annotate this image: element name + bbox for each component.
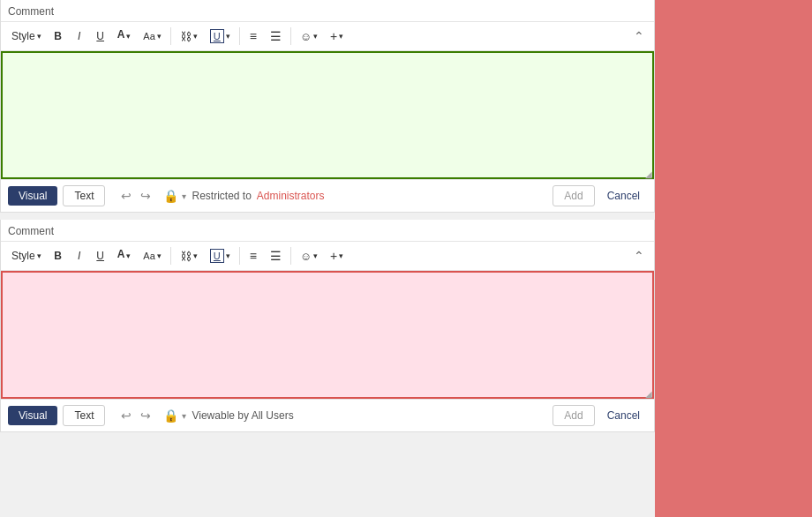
toolbar-2: Style B I U A Aa ⛓ xyxy=(1,242,654,271)
link-btn-2[interactable]: ⛓ xyxy=(175,245,203,266)
undo-redo-1: ↩ ↪ xyxy=(117,187,154,205)
bold-btn-1[interactable]: B xyxy=(49,26,68,47)
toolbar-1: Style B I U A Aa ⛓ xyxy=(1,22,654,51)
editor-container-2: ◢ xyxy=(1,271,654,399)
editor-2[interactable] xyxy=(1,271,654,399)
lock-area-2: 🔒 ▾ xyxy=(163,408,186,423)
redo-btn-2[interactable]: ↪ xyxy=(137,407,154,424)
editor-container-1: ◢ xyxy=(1,51,654,179)
editor-1[interactable] xyxy=(1,51,654,179)
text-case-btn-1[interactable]: Aa xyxy=(138,26,166,47)
right-sidebar xyxy=(655,0,812,517)
lock-icon-2: 🔒 xyxy=(163,408,178,423)
cancel-btn-2[interactable]: Cancel xyxy=(600,406,647,425)
text-color-btn-1[interactable]: A xyxy=(112,26,137,47)
visual-tab-2[interactable]: Visual xyxy=(8,406,57,425)
separator-3 xyxy=(290,27,291,45)
undo-btn-1[interactable]: ↩ xyxy=(117,187,135,205)
separator-2 xyxy=(239,27,240,45)
italic-btn-2[interactable]: I xyxy=(70,245,89,266)
add-btn-2[interactable]: Add xyxy=(553,405,594,426)
bold-btn-2[interactable]: B xyxy=(49,245,68,266)
style-dropdown-1[interactable]: Style xyxy=(6,26,47,47)
bullet-list-btn-2[interactable]: ≡ xyxy=(244,245,263,266)
redo-btn-1[interactable]: ↪ xyxy=(137,187,154,205)
lock-icon-1: 🔒 xyxy=(163,189,178,203)
lock-dropdown-2[interactable]: ▾ xyxy=(182,411,186,421)
undo-redo-2: ↩ ↪ xyxy=(117,407,154,424)
underline-btn-2[interactable]: U xyxy=(91,245,110,266)
comment-block-1: Comment Style B I U A Aa xyxy=(0,0,655,213)
separator-1 xyxy=(170,27,171,45)
emoji-btn-1[interactable]: ☺ xyxy=(295,26,323,47)
resize-handle-2[interactable]: ◢ xyxy=(643,388,654,399)
separator-6 xyxy=(290,247,291,265)
emoji-btn-2[interactable]: ☺ xyxy=(295,245,323,266)
text-color-btn-2[interactable]: A xyxy=(112,245,137,266)
collapse-btn-2[interactable]: ⌃ xyxy=(629,245,649,266)
underline2-btn-2[interactable]: U xyxy=(205,245,236,266)
italic-btn-1[interactable]: I xyxy=(70,26,89,47)
cancel-btn-1[interactable]: Cancel xyxy=(600,186,647,206)
comment-label-1: Comment xyxy=(1,0,654,22)
underline-btn-1[interactable]: U xyxy=(91,26,110,47)
number-list-btn-2[interactable]: ☰ xyxy=(265,245,287,266)
text-tab-1[interactable]: Text xyxy=(63,185,105,206)
more-btn-1[interactable]: + xyxy=(325,26,349,47)
comment-label-2: Comment xyxy=(1,220,654,242)
restricted-label-1: Restricted to xyxy=(192,190,251,202)
collapse-btn-1[interactable]: ⌃ xyxy=(629,26,649,47)
bottom-bar-2: Visual Text ↩ ↪ 🔒 ▾ Viewable by All User… xyxy=(1,399,654,431)
add-btn-1[interactable]: Add xyxy=(553,185,594,206)
bullet-list-btn-1[interactable]: ≡ xyxy=(244,26,263,47)
lock-dropdown-1[interactable]: ▾ xyxy=(182,191,186,201)
text-case-btn-2[interactable]: Aa xyxy=(138,245,166,266)
underline2-btn-1[interactable]: U xyxy=(205,26,236,47)
resize-handle-1[interactable]: ◢ xyxy=(643,169,654,179)
number-list-btn-1[interactable]: ☰ xyxy=(265,26,287,47)
visual-tab-1[interactable]: Visual xyxy=(8,186,57,206)
more-btn-2[interactable]: + xyxy=(325,245,349,266)
lock-area-1: 🔒 ▾ xyxy=(163,189,186,203)
separator-4 xyxy=(170,247,171,265)
bottom-bar-1: Visual Text ↩ ↪ 🔒 ▾ Restricted to Admini… xyxy=(1,179,654,212)
text-tab-2[interactable]: Text xyxy=(63,405,105,426)
undo-btn-2[interactable]: ↩ xyxy=(117,407,135,424)
link-btn-1[interactable]: ⛓ xyxy=(175,26,203,47)
style-dropdown-2[interactable]: Style xyxy=(6,245,47,266)
separator-5 xyxy=(239,247,240,265)
comment-block-2: Comment Style B I U A Aa xyxy=(0,220,655,432)
restricted-link-1[interactable]: Administrators xyxy=(257,190,325,202)
viewable-label-2: Viewable by All Users xyxy=(192,409,293,422)
